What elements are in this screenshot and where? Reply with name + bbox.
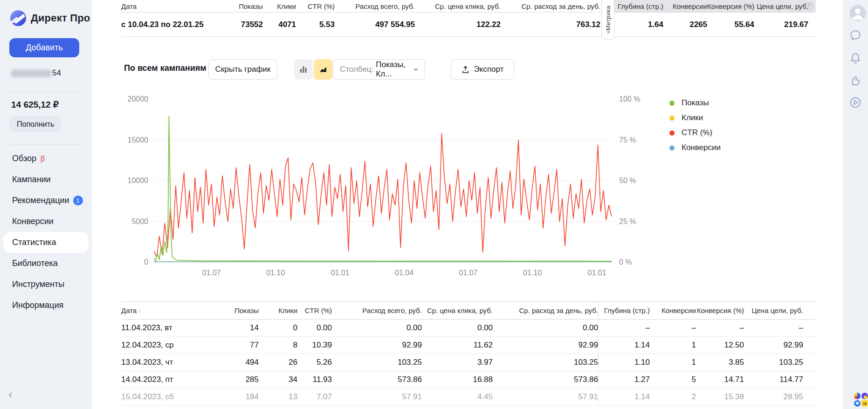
y-right-tick: 100 % bbox=[619, 95, 640, 103]
summary-table-totals-row: с 10.04.23 по 22.01.25 73552 4071 5.53 4… bbox=[121, 13, 816, 37]
table-cell: 1.14 bbox=[598, 389, 650, 405]
col-header-goal-cost: Цена цели, руб. bbox=[754, 2, 808, 10]
play-icon[interactable] bbox=[849, 96, 862, 111]
thumb-up-icon[interactable] bbox=[849, 74, 862, 89]
table-cell: 15.38 bbox=[696, 392, 744, 402]
summary-table-header: Дата Показы Клики CTR (%) Расход всего, … bbox=[121, 0, 816, 13]
sidebar-item-обзор[interactable]: Обзорβ bbox=[0, 148, 92, 169]
sidebar-item-инструменты[interactable]: Инструменты bbox=[0, 274, 92, 295]
chat-icon[interactable] bbox=[849, 29, 862, 44]
y-left-tick: 10000 bbox=[110, 177, 148, 185]
legend-item-Клики[interactable]: Клики bbox=[669, 110, 721, 125]
summary-conversion-rate: 55.64 bbox=[707, 20, 754, 29]
chat-widget-icon[interactable] bbox=[854, 400, 861, 407]
sidebar-item-библиотека[interactable]: Библиотека bbox=[0, 253, 92, 274]
table-cell: – bbox=[744, 323, 803, 333]
detail-col-header-9: Конверсия (%) bbox=[696, 307, 744, 314]
legend-item-Конверсии[interactable]: Конверсии bbox=[669, 140, 721, 155]
metrika-tab[interactable]: »Метрика bbox=[601, 0, 614, 40]
table-cell: 1.14 bbox=[598, 337, 650, 354]
sidebar-item-label: Статистика bbox=[12, 238, 56, 247]
help-icon[interactable]: ? bbox=[805, 2, 813, 10]
summary-depth: 1.64 bbox=[614, 20, 663, 29]
x-axis-tick: 01.07 bbox=[195, 269, 228, 277]
detail-table: Дата↑ПоказыКликиCTR (%)Расход всего, руб… bbox=[121, 301, 816, 406]
detail-col-header-10: Цена цели, руб. bbox=[744, 307, 803, 314]
chart-scope-title: По всем кампаниям bbox=[124, 63, 207, 73]
x-axis-tick: 01.01 bbox=[324, 269, 357, 277]
table-cell: 11.04.2023, вт bbox=[121, 323, 219, 333]
legend-item-Показы[interactable]: Показы bbox=[669, 95, 721, 110]
sidebar-menu: ОбзорβКампанииРекомендации1КонверсииСтат… bbox=[0, 148, 92, 316]
table-cell: 5.26 bbox=[297, 358, 332, 367]
y-left-tick: 0 bbox=[110, 258, 148, 266]
table-cell: 10.39 bbox=[297, 341, 332, 350]
detail-col-header-3: CTR (%) bbox=[297, 307, 332, 314]
col-header-clicks: Клики bbox=[263, 2, 296, 10]
legend-item-CTR (%)[interactable]: CTR (%) bbox=[669, 125, 721, 140]
table-cell: 0.00 bbox=[332, 323, 422, 333]
table-cell: 1 bbox=[650, 341, 696, 350]
chevron-down-icon bbox=[413, 68, 418, 71]
summary-date-range: с 10.04.23 по 22.01.25 bbox=[121, 20, 219, 29]
bar-chart-icon[interactable] bbox=[294, 59, 313, 80]
table-cell: 12.04.2023, ср bbox=[121, 341, 219, 350]
x-axis-tick: 01.04 bbox=[388, 269, 420, 277]
count-badge: 1 bbox=[73, 196, 83, 205]
summary-total-cost: 497 554.95 bbox=[335, 20, 415, 29]
summary-clicks: 4071 bbox=[263, 20, 296, 29]
col-header-date: Дата bbox=[121, 2, 219, 10]
balance-amount: 14 625,12 ₽ bbox=[11, 99, 59, 110]
col-header-depth: Глубина (стр.) bbox=[614, 2, 663, 10]
sidebar-item-статистика[interactable]: Статистика bbox=[3, 232, 89, 253]
add-button[interactable]: Добавить bbox=[9, 38, 79, 57]
table-cell: 57.91 bbox=[493, 392, 598, 402]
table-row: 13.04.2023, чт494265.26103.253.97103.251… bbox=[121, 354, 816, 371]
sidebar-item-информация[interactable]: Информация bbox=[0, 295, 92, 316]
chart-legend: ПоказыКликиCTR (%)Конверсии bbox=[669, 95, 721, 155]
detail-col-header-2: Клики bbox=[259, 307, 297, 314]
y-right-tick: 0 % bbox=[619, 258, 632, 266]
pie-widget-icon[interactable] bbox=[854, 393, 861, 399]
sort-asc-icon: ↑ bbox=[138, 307, 141, 314]
sidebar-item-конверсии[interactable]: Конверсии bbox=[0, 211, 92, 232]
col-header-conversion-rate: Конверсия (%) bbox=[707, 2, 754, 10]
table-cell: 1.10 bbox=[598, 354, 650, 371]
table-cell: 103.25 bbox=[493, 358, 598, 367]
metrica-widget-icon[interactable] bbox=[861, 393, 868, 399]
table-cell: 114.77 bbox=[744, 375, 803, 384]
table-cell: 2 bbox=[650, 392, 696, 402]
chart-plot-area bbox=[154, 99, 612, 262]
table-cell: 573.86 bbox=[493, 375, 598, 384]
col-header-ctr: CTR (%) bbox=[296, 2, 335, 10]
summary-impressions: 73552 bbox=[219, 20, 263, 29]
column-select-dropdown[interactable]: Столбец: Показы, Кл... bbox=[333, 59, 425, 80]
x-axis-tick: 01.07 bbox=[452, 269, 485, 277]
account-number-suffix: 54 bbox=[52, 68, 61, 78]
account-number[interactable]: 54 bbox=[11, 68, 61, 78]
export-button[interactable]: Экспорт bbox=[451, 59, 514, 80]
sidebar-item-кампании[interactable]: Кампании bbox=[0, 169, 92, 190]
bell-icon[interactable] bbox=[849, 52, 862, 67]
avatar[interactable] bbox=[849, 4, 867, 24]
table-cell: 77 bbox=[219, 341, 259, 350]
legend-dot bbox=[669, 145, 675, 150]
y-left-tick: 20000 bbox=[110, 95, 148, 103]
topup-button[interactable]: Пополнить bbox=[9, 116, 62, 132]
col-header-conversions: Конверсии bbox=[663, 2, 707, 10]
table-row: 14.04.2023, пт2853411.93573.8616.88573.8… bbox=[121, 371, 816, 389]
x-axis-tick: 01.01 bbox=[581, 269, 613, 277]
yandex-direct-logo-icon bbox=[10, 10, 26, 26]
table-cell: 26 bbox=[259, 358, 297, 367]
legend-label: Показы bbox=[682, 98, 709, 108]
detail-col-header-0[interactable]: Дата↑ bbox=[121, 307, 219, 314]
hide-chart-button[interactable]: Скрыть график bbox=[208, 59, 277, 80]
table-cell: 184 bbox=[219, 392, 259, 402]
area-chart-icon[interactable] bbox=[314, 59, 332, 80]
sidebar-collapse-icon[interactable]: ‹ bbox=[8, 388, 13, 400]
x-axis-tick: 01.10 bbox=[259, 269, 292, 277]
summary-conversions: 2265 bbox=[663, 20, 707, 29]
sidebar-item-рекомендации[interactable]: Рекомендации1 bbox=[0, 190, 92, 211]
sidebar-item-label: Инструменты bbox=[12, 279, 64, 289]
age-badge-icon[interactable]: 16 bbox=[861, 400, 868, 407]
